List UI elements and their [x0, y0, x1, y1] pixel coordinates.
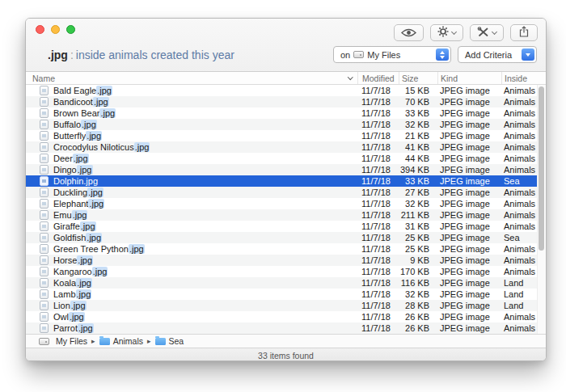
search-criteria-bar: .jpg:inside animals created this year on…	[26, 43, 546, 71]
kind-cell: JPEG image	[437, 175, 501, 187]
jpeg-file-icon	[40, 210, 49, 220]
drive-icon	[353, 51, 364, 58]
chevron-down-icon	[492, 28, 497, 34]
table-row[interactable]: Green Tree Python.jpg11/7/1825 KBJPEG im…	[26, 243, 546, 255]
jpeg-file-icon	[40, 289, 49, 299]
size-cell: 70 KB	[399, 96, 437, 107]
table-row[interactable]: Horse.jpg11/7/189 KBJPEG imageAnimals	[26, 255, 546, 266]
table-row[interactable]: Bandicoot.jpg11/7/1870 KBJPEG imageAnima…	[26, 96, 546, 107]
table-row[interactable]: Bald Eagle.jpg11/7/1815 KBJPEG imageAnim…	[26, 85, 546, 96]
column-header-name[interactable]: Name	[26, 72, 357, 84]
breadcrumb-item[interactable]: My Files	[36, 336, 87, 346]
file-name-cell: Dolphin.jpg	[26, 175, 357, 187]
file-extension-match: .jpg	[86, 233, 102, 242]
table-row[interactable]: Parrot.jpg11/7/1826 KBJPEG imageAnimals	[26, 322, 546, 334]
column-header-size[interactable]: Size	[399, 72, 437, 84]
kind-cell: JPEG image	[437, 187, 501, 198]
file-name-text: Kangaroo	[53, 267, 92, 276]
table-row[interactable]: Brown Bear.jpg11/7/1833 KBJPEG imageAnim…	[26, 107, 546, 119]
file-name-cell: Brown Bear.jpg	[26, 107, 357, 119]
table-row[interactable]: Lamb.jpg11/7/1832 KBJPEG imageLand	[26, 289, 546, 300]
size-cell: 170 KB	[399, 266, 437, 277]
breadcrumb-item[interactable]: Sea	[155, 336, 184, 346]
file-name-text: Giraffe	[53, 221, 80, 231]
table-row[interactable]: Owl.jpg11/7/1826 KBJPEG imageAnimals	[26, 311, 546, 322]
table-row[interactable]: Koala.jpg11/7/18116 KBJPEG imageLand	[26, 277, 546, 289]
file-extension-match: .jpg	[78, 323, 94, 333]
column-header-inside[interactable]: Inside	[501, 72, 546, 84]
jpeg-file-icon	[40, 120, 49, 129]
size-cell: 26 KB	[399, 322, 437, 334]
minimize-button[interactable]	[51, 25, 60, 34]
jpeg-file-icon	[40, 165, 49, 175]
breadcrumb-item[interactable]: Animals	[99, 336, 143, 346]
modified-cell: 11/7/18	[357, 311, 399, 322]
close-button[interactable]	[36, 25, 44, 34]
jpeg-file-icon	[40, 221, 49, 231]
folder-icon	[99, 338, 110, 345]
table-row[interactable]: Deer.jpg11/7/1844 KBJPEG imageAnimals	[26, 153, 546, 164]
table-row[interactable]: Butterfly.jpg11/7/1821 KBJPEG imageAnima…	[26, 130, 546, 141]
kind-cell: JPEG image	[437, 322, 501, 334]
jpeg-file-icon	[40, 108, 49, 118]
search-query-token: .jpg	[48, 48, 68, 61]
file-name-cell: Lamb.jpg	[26, 289, 357, 300]
file-name-cell: Lion.jpg	[26, 300, 357, 311]
size-cell: 33 KB	[399, 107, 437, 119]
jpeg-file-icon	[40, 244, 49, 254]
jpeg-file-icon	[40, 199, 49, 209]
column-header-modified[interactable]: Modified	[357, 72, 399, 84]
file-name-cell: Giraffe.jpg	[26, 221, 357, 232]
window-chrome: .jpg:inside animals created this year on…	[26, 19, 546, 72]
jpeg-file-icon	[40, 97, 49, 107]
file-name-cell: Deer.jpg	[26, 153, 357, 164]
search-location-popup[interactable]: on My Files	[333, 46, 451, 63]
file-name-cell: Duckling.jpg	[26, 187, 357, 198]
table-row[interactable]: Lion.jpg11/7/1828 KBJPEG imageLand	[26, 300, 546, 311]
status-bar: 33 items found	[26, 348, 546, 361]
table-row[interactable]: Buffalo.jpg11/7/1832 KBJPEG imageAnimals	[26, 119, 546, 130]
file-name-text: Dolphin	[53, 176, 83, 186]
column-header-label: Name	[32, 74, 55, 83]
modified-cell: 11/7/18	[357, 96, 399, 107]
action-menu-button[interactable]	[430, 24, 463, 41]
share-icon	[519, 26, 529, 40]
scrollbar-track[interactable]	[537, 85, 546, 334]
file-name-cell: Bald Eagle.jpg	[26, 85, 357, 96]
file-extension-match: .jpg	[81, 120, 97, 129]
traffic-lights	[36, 25, 75, 34]
file-extension-match: .jpg	[87, 188, 103, 197]
table-row[interactable]: Duckling.jpg11/7/1827 KBJPEG imageAnimal…	[26, 187, 546, 198]
table-row[interactable]: Giraffe.jpg11/7/1831 KBJPEG imageAnimals	[26, 221, 546, 232]
toolbar-buttons	[394, 24, 538, 41]
size-cell: 21 KB	[399, 130, 437, 141]
tools-menu-button[interactable]	[470, 24, 504, 41]
share-button[interactable]	[510, 24, 538, 41]
file-name-cell: Koala.jpg	[26, 277, 357, 289]
titlebar[interactable]	[26, 19, 546, 43]
table-row[interactable]: Elephant.jpg11/7/1832 KBJPEG imageAnimal…	[26, 198, 546, 209]
modified-cell: 11/7/18	[357, 255, 399, 266]
scrollbar-thumb[interactable]	[539, 86, 544, 251]
table-row[interactable]: Emu.jpg11/7/18211 KBJPEG imageAnimals	[26, 209, 546, 221]
table-row[interactable]: Kangaroo.jpg11/7/18170 KBJPEG imageAnima…	[26, 266, 546, 277]
table-row[interactable]: Dingo.jpg11/7/18394 KBJPEG imageAnimals	[26, 164, 546, 175]
modified-cell: 11/7/18	[357, 119, 399, 130]
column-header-label: Size	[402, 74, 418, 83]
modified-cell: 11/7/18	[357, 175, 399, 187]
modified-cell: 11/7/18	[357, 300, 399, 311]
location-prefix-label: on	[340, 50, 350, 60]
add-criteria-popup[interactable]: Add Criteria	[458, 46, 537, 63]
file-extension-match: .jpg	[76, 278, 92, 288]
file-extension-match: .jpg	[96, 86, 112, 95]
table-row[interactable]: Goldfish.jpg11/7/1825 KBJPEG imageSea	[26, 232, 546, 243]
table-header: Name Modified Size Kind Inside	[26, 72, 546, 85]
table-row[interactable]: Crocodylus Niloticus.jpg11/7/1841 KBJPEG…	[26, 141, 546, 153]
column-header-label: Modified	[362, 74, 395, 83]
table-row[interactable]: Dolphin.jpg11/7/1833 KBJPEG imageSea	[26, 175, 546, 187]
jpeg-file-icon	[40, 86, 49, 95]
quick-look-button[interactable]	[394, 24, 424, 41]
column-header-kind[interactable]: Kind	[437, 72, 501, 84]
zoom-button[interactable]	[66, 25, 75, 34]
file-name-cell: Crocodylus Niloticus.jpg	[26, 141, 357, 153]
